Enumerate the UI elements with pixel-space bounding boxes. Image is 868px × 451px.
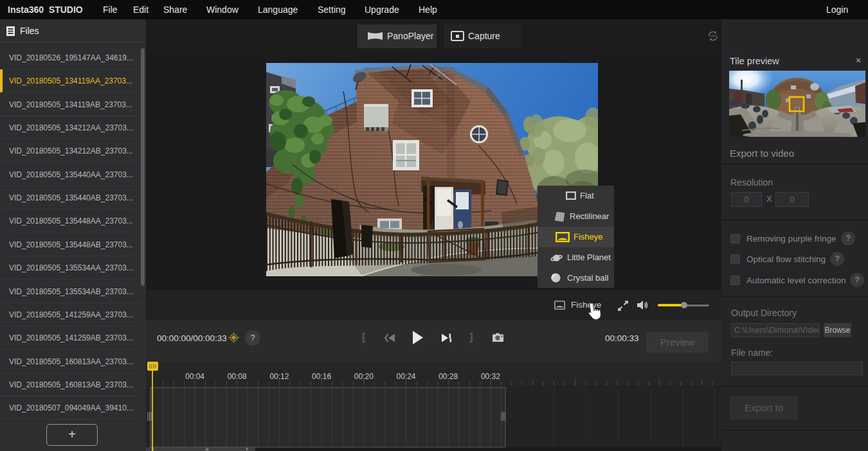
svg-text:00:08: 00:08 [228,372,247,381]
svg-text:180°: 180° [709,34,716,38]
svg-text:00:20: 00:20 [354,372,374,381]
svg-text:00:16: 00:16 [312,372,331,381]
svg-text:00:32: 00:32 [481,372,500,381]
svg-text:00:12: 00:12 [269,372,289,381]
svg-text:00:24: 00:24 [396,372,415,381]
svg-text:00:04: 00:04 [185,372,204,381]
svg-text:00:28: 00:28 [439,372,458,381]
